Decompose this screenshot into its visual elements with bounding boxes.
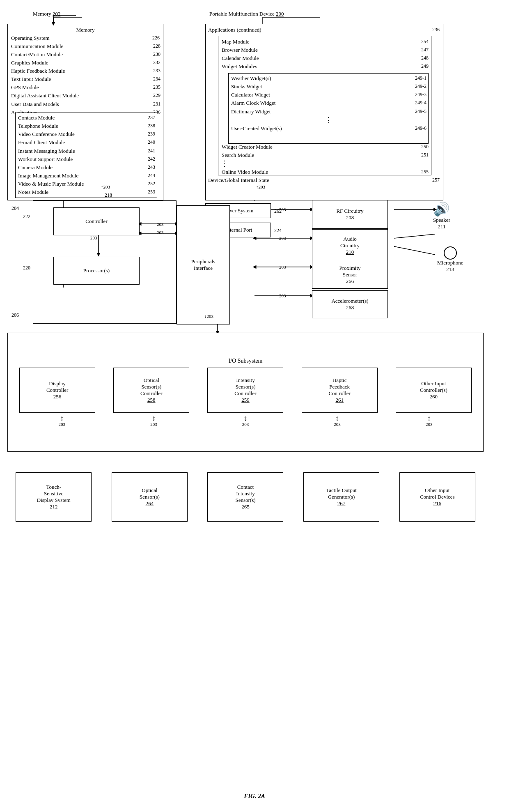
pmd-ref-7: 249-4 xyxy=(415,99,426,107)
mem-ref-10: 237 xyxy=(148,114,155,122)
mem-item-12: Video Conference Module xyxy=(17,130,75,138)
other-input-devices-box: Other Input Control Devices 216 xyxy=(399,472,475,522)
mem-ref-6: 235 xyxy=(153,83,160,92)
mem-ref-13: 240 xyxy=(148,138,155,147)
pmd-ref-3: 249 xyxy=(421,62,429,71)
bus-203-d: 203 xyxy=(157,222,164,227)
optical-sensor-ctrl-box: Optical Sensor(s) Controller 258 xyxy=(113,368,189,413)
pmd-item-6: Calculator Widget xyxy=(230,91,270,99)
controller-label: Controller xyxy=(85,218,107,225)
io-title: I/O Subsystem xyxy=(12,358,479,364)
microphone-area: Microphone 213 xyxy=(437,246,463,273)
pmd-item-12: Online Video Module xyxy=(221,168,268,176)
mem-ref-7: 229 xyxy=(153,92,160,100)
mem-ref-3: 232 xyxy=(153,59,160,67)
memory-items: Operating System 226 Communication Modul… xyxy=(10,34,160,117)
pmd-item-4: Weather Widget(s) xyxy=(230,74,271,83)
speaker-ref: 211 xyxy=(433,223,450,230)
mem-ref-8: 231 xyxy=(153,100,160,108)
proximity-sensor-box: Proximity Sensor 266 xyxy=(312,261,388,289)
pmd-item-7: Alarm Clock Widget xyxy=(230,99,275,107)
mem-ref-1: 228 xyxy=(153,42,160,51)
controller-box: Controller xyxy=(53,207,140,235)
external-port-ref: 224 xyxy=(274,228,282,234)
rf-circuitry-box: RF Circuitry 208 xyxy=(312,200,388,229)
contact-intensity-box: Contact Intensity Sensor(s) 265 xyxy=(207,472,283,522)
pmd-ref-0: 254 xyxy=(421,38,429,46)
processor-label: Processor(s) xyxy=(83,267,110,274)
pmd-ref-1: 247 xyxy=(421,46,429,54)
bus-203-a: ↑203 xyxy=(101,184,110,189)
mem-item-11: Telephone Module xyxy=(17,122,58,130)
mem-item-4: Haptic Feedback Module xyxy=(10,67,65,75)
widget-modules-inner: Weather Widget(s) 249-1 Stocks Widget 24… xyxy=(228,73,429,144)
pmd-ref-2: 248 xyxy=(421,54,429,62)
pmd-box: Applications (continued) 236 Map Module … xyxy=(205,24,443,200)
pmd-global-ref: 257 xyxy=(432,177,440,184)
pmd-item-0: Map Module xyxy=(221,38,250,46)
pmd-global-state: Device/Global Internal State xyxy=(208,177,269,184)
proximity-label: Proximity Sensor 266 xyxy=(339,265,360,285)
intensity-sensor-ctrl-box: Intensity Sensor(s) Controller 259 xyxy=(207,368,283,413)
mem-item-14: Instant Messaging Module xyxy=(17,147,75,155)
bus-203-g: 203 xyxy=(279,265,286,269)
mem-ref-19: 253 xyxy=(148,188,155,196)
bus-203-h: 203 xyxy=(279,293,286,298)
ref-220: 220 xyxy=(23,265,30,271)
microphone-ref: 213 xyxy=(437,266,463,273)
mem-ref-2: 230 xyxy=(153,51,160,59)
audio-label: Audio Circuitry 210 xyxy=(340,236,360,255)
ref-218: 218 xyxy=(105,192,112,198)
pmd-item-11: Search Module xyxy=(221,151,254,159)
pmd-ref-9: 249-6 xyxy=(415,124,426,133)
mem-ref-18: 252 xyxy=(148,180,155,188)
mem-item-17: Image Management Module xyxy=(17,172,78,180)
figure-caption: FIG. 2A xyxy=(0,793,509,800)
pmd-apps-continued: Applications (continued) xyxy=(208,26,261,34)
rf-label: RF Circuitry 208 xyxy=(336,208,363,221)
mem-ref-0: 226 xyxy=(152,34,160,42)
optical-sensors-box: Optical Sensor(s) 264 xyxy=(112,472,188,522)
mem-ref-4: 233 xyxy=(153,67,160,75)
diagram-container: Memory Operating System 226 Communicatio… xyxy=(0,0,509,812)
mem-item-13: E-mail Client Module xyxy=(17,138,65,147)
mem-item-2: Contact/Motion Module xyxy=(10,51,63,59)
pmd-item-2: Calendar Module xyxy=(221,54,259,62)
pmd-ref-4: 249-1 xyxy=(415,74,426,83)
applications-inner-box: Contacts Module 237 Telephone Module 238… xyxy=(15,113,157,198)
mem-item-16: Camera Module xyxy=(17,163,53,172)
pmd-item-1: Browser Module xyxy=(221,46,258,54)
other-input-ctrl-box: Other Input Controller(s) 260 xyxy=(396,368,472,413)
mem-item-3: Graphics Module xyxy=(10,59,48,67)
svg-line-23 xyxy=(394,246,435,255)
accelerometers-box: Accelerometer(s) 268 xyxy=(312,290,388,318)
mem-item-1: Communication Module xyxy=(10,42,63,51)
io-subsystem-box: I/O Subsystem Display Controller 256 Opt… xyxy=(7,333,484,452)
pmd-item-5: Stocks Widget xyxy=(230,83,262,91)
mem-ref-5: 234 xyxy=(153,75,160,83)
mem-item-5: Text Input Module xyxy=(10,75,51,83)
peripherals-box: Peripherals Interface xyxy=(177,205,230,324)
audio-circuitry-box: Audio Circuitry 210 xyxy=(312,229,388,262)
bus-203-c: 203 xyxy=(157,230,164,235)
peripherals-label: Peripherals Interface xyxy=(191,258,215,271)
mem-ref-11: 238 xyxy=(148,122,155,130)
bus-203-e: 203 xyxy=(279,207,286,212)
mem-item-6: GPS Module xyxy=(10,83,39,92)
speaker-label: Speaker xyxy=(433,217,450,223)
bus-203-f: 203 xyxy=(279,236,286,241)
bus-203-b: ↑203 xyxy=(256,184,265,189)
ctrl-proc-bus: 203 xyxy=(90,235,97,240)
mem-ref-12: 239 xyxy=(148,130,155,138)
mem-ref-16: 243 xyxy=(148,163,155,172)
speaker-area: 🔊 Speaker 211 xyxy=(433,201,450,230)
microphone-label: Microphone xyxy=(437,260,463,266)
mem-item-0: Operating System xyxy=(10,34,50,42)
display-ctrl-box: Display Controller 256 xyxy=(19,368,95,413)
bus-203-i: ↓203 xyxy=(204,314,213,319)
mem-ref-15: 242 xyxy=(148,155,155,163)
pmd-ref-11: 251 xyxy=(421,151,429,159)
mem-ref-14: 241 xyxy=(148,147,155,155)
ref-206: 206 xyxy=(11,312,19,318)
mem-ref-17: 244 xyxy=(148,172,155,180)
